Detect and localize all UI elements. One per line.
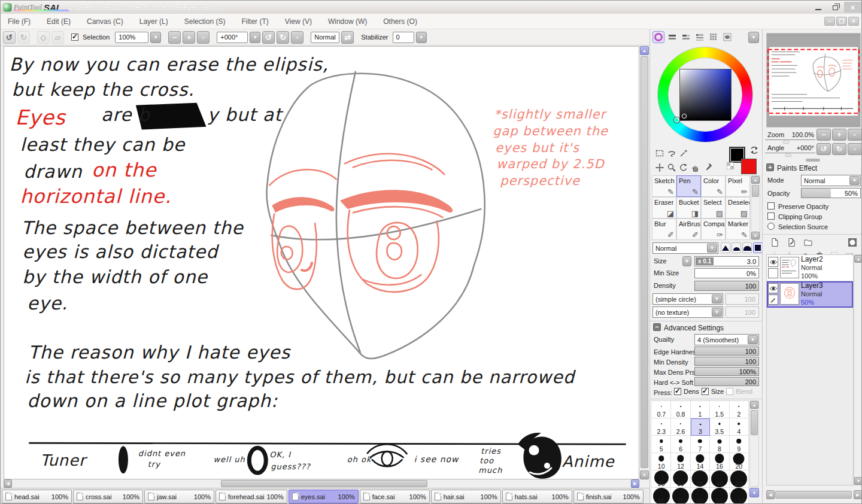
rotate-ccw-button[interactable]: ↺ [262,31,275,44]
nav-zoom-slider-thumb[interactable] [783,139,789,143]
brush-size-80[interactable]: 80 [691,488,710,504]
scroll-up-button[interactable]: ▲ [640,46,649,55]
tool-eraser[interactable]: Eraser◪ [652,197,676,218]
layer-mode-select[interactable]: Normal▼ [801,175,861,186]
new-linework-layer-button[interactable] [784,236,799,248]
brush-size-16[interactable]: 16 [710,453,729,470]
zoom-reset-button[interactable]: ▫ [197,31,210,44]
hsv-slider-tab[interactable] [680,31,692,43]
stabilizer-field[interactable]: 0 [393,32,414,43]
close-button[interactable]: × [844,2,861,13]
edge-hardness-slider[interactable]: 100 [694,347,759,356]
layers-horizontal-scrollbar[interactable]: ◀ ▶ [766,490,862,499]
select-wand-tool[interactable] [678,147,690,159]
tool-bucket[interactable]: Bucket◨ [676,197,701,218]
layer-opacity-slider[interactable]: 50% [801,188,861,198]
brush-size-90[interactable]: 90 [710,488,729,504]
vertical-scroll-thumb[interactable] [641,56,648,468]
brush-size-20[interactable]: 20 [730,453,749,470]
doc-tab-eyes-sai[interactable]: eyes.sai100% [289,490,359,503]
stabilizer-dropdown-button[interactable]: ▼ [416,32,427,43]
panel-collapse-handle[interactable] [806,159,820,162]
canvas-vertical-scrollbar[interactable]: ▲ ▼ [640,46,649,479]
brush-shape-soft-button[interactable] [721,242,730,253]
horizontal-scroll-thumb[interactable] [221,480,427,487]
menu-selection[interactable]: Selection (S) [184,17,226,26]
brush-blend-mode-select[interactable]: Normal▼ [652,242,718,254]
nav-rotate-cw-button[interactable]: ↻ [832,143,846,155]
doc-tab-finish-sai[interactable]: finish.sai100% [573,490,644,503]
tool-pixel[interactable]: Pixel✏ [726,175,750,197]
layer-thumbnail[interactable] [780,257,799,278]
redo-button[interactable]: ↻ [17,31,30,44]
doc-close-button[interactable]: × [848,17,859,26]
tool-pen[interactable]: Pen✎ [676,175,701,197]
zoom-out-button[interactable]: − [168,31,181,44]
brush-size-0.7[interactable]: 0.7 [652,401,671,418]
undo-button[interactable]: ↺ [3,31,16,44]
tool-marker[interactable]: Marker✎ [726,218,750,240]
scratchpad-tab[interactable] [721,31,733,43]
tool-airbrush[interactable]: AirBrush✐ [676,218,701,240]
menu-others[interactable]: Others (O) [383,17,417,26]
layer-visibility-toggle[interactable] [768,257,778,267]
brush-size-9[interactable]: 9 [730,436,749,453]
menu-canvas[interactable]: Canvas (C) [87,17,123,26]
size-scroll-down-button[interactable]: ▼ [749,488,759,497]
brush-size-8[interactable]: 8 [710,436,729,453]
brush-shape-select[interactable]: (simple circle)▼ [652,293,723,305]
color-mixer-tab[interactable] [694,31,706,43]
layer-row-layer3[interactable]: Layer3Normal50% [767,281,853,308]
doc-tab-hair-sai[interactable]: hair.sai100% [431,490,501,503]
rotate-cw-button[interactable]: ↻ [277,31,289,44]
size-unit-dropdown[interactable]: ▼ [682,256,691,266]
scroll-down-button[interactable]: ▼ [640,470,649,479]
brush-shape-flat-button[interactable] [753,242,763,253]
size-scroll-thumb[interactable] [751,410,758,435]
zoom-in-button[interactable]: + [183,31,195,44]
title-bar[interactable]: PaintTool SAI C:\Users\user\Documents\st… [1,1,861,14]
zoom-tool[interactable] [666,161,678,174]
layers-scrollbar[interactable]: ▲ ▼ [854,254,862,485]
layer-mask-button[interactable] [845,236,860,248]
min-density-slider[interactable]: 100 [694,357,759,366]
zoom-field[interactable]: 100% [115,32,148,43]
brush-size-70[interactable]: 70 [671,488,690,504]
panel-menu-button[interactable]: ▼ [748,32,759,43]
brush-size-2[interactable]: 2 [730,401,749,418]
paints-effect-expand-button[interactable]: + [766,163,774,171]
brush-size-25[interactable]: 25 [652,470,671,488]
max-dens-prs--slider[interactable]: 100% [694,367,759,376]
secondary-color-swatch[interactable] [741,159,757,174]
layer-thumbnail[interactable] [780,283,799,305]
brush-size-5[interactable]: 5 [652,436,671,453]
nav-zoom-reset-button[interactable]: ▫ [848,129,862,141]
brush-size-50[interactable]: 50 [730,470,749,488]
density-slider[interactable]: 100 [694,281,759,291]
scroll-right-button[interactable]: ▶ [631,479,639,488]
nav-angle-slider-thumb[interactable] [785,153,791,156]
brush-size-3[interactable]: 3 [691,418,710,436]
nav-zoom-out-button[interactable]: − [817,129,831,141]
restore-button[interactable] [827,2,844,13]
flip-selection-button[interactable]: ◇ [37,31,50,44]
rgb-slider-tab[interactable] [666,31,678,43]
menu-view[interactable]: View (V) [285,17,312,26]
tool-deselect[interactable]: Deselect▨ [726,197,750,218]
brush-size-1[interactable]: 1 [691,401,710,418]
clipping-group-checkbox[interactable] [767,212,775,220]
brush-size-0.8[interactable]: 0.8 [671,401,690,418]
brush-size-1.5[interactable]: 1.5 [710,401,729,418]
size-grid-scrollbar[interactable]: ▲ [749,400,759,487]
selection-checkbox[interactable] [71,34,78,41]
brush-shape-round2-button[interactable] [742,242,752,253]
brush-size-6[interactable]: 6 [671,436,690,453]
view-mode-field[interactable]: Normal [311,32,339,43]
layer-visibility-toggle[interactable] [768,283,778,293]
brush-texture-select[interactable]: (no texture)▼ [652,306,723,318]
doc-tab-forehead-sai[interactable]: forehead.sai100% [216,490,287,503]
brush-size-2.6[interactable]: 2.6 [671,418,690,436]
select-lasso-tool[interactable] [666,147,678,159]
scroll-left-button[interactable]: ◀ [4,479,12,488]
move-tool[interactable] [654,161,666,174]
